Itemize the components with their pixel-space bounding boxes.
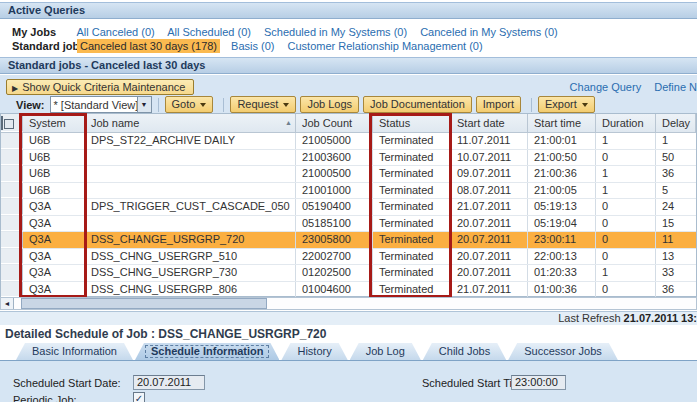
query-link-scheduled-my-systems[interactable]: Scheduled in My Systems (0): [264, 26, 407, 38]
toolbar-separator: [223, 98, 224, 112]
my-jobs-row: My Jobs All Canceled (0) All Scheduled (…: [12, 26, 568, 38]
table-header-row: System Job name▲ Job Count Status Start …: [1, 114, 696, 133]
scheduled-start-time-field[interactable]: 23:00:00: [511, 375, 566, 390]
last-refresh-label: Last Refresh: [558, 312, 620, 324]
periodic-job-checkbox[interactable]: ✓: [133, 392, 145, 402]
toolbar-separator: [158, 98, 159, 112]
scrollbar-thumb[interactable]: [21, 298, 267, 309]
scheduled-start-date-field[interactable]: 20.07.2011: [133, 375, 205, 390]
request-button[interactable]: Request: [230, 96, 296, 113]
table-row[interactable]: Q3A DPS_TRIGGER_CUST_CASCADE_050 0519040…: [1, 199, 696, 216]
row-selector[interactable]: [1, 199, 23, 215]
toolbar-separator: [531, 98, 532, 112]
table-row[interactable]: U6B 21003600 Terminated 10.07.2011 21:00…: [1, 150, 696, 167]
row-selector[interactable]: [1, 282, 23, 298]
tab-history[interactable]: History: [281, 343, 347, 360]
tab-child-jobs[interactable]: Child Jobs: [423, 343, 506, 360]
row-selector[interactable]: [1, 265, 23, 281]
table-row[interactable]: Q3A 05185100 Terminated 20.07.2011 05:19…: [1, 216, 696, 233]
change-query-link[interactable]: Change Query: [570, 81, 642, 93]
table-row[interactable]: Q3A DSS_CHNG_USERGRP_510 22002700 Termin…: [1, 249, 696, 266]
import-button[interactable]: Import: [476, 96, 521, 113]
column-header-status[interactable]: Status: [373, 114, 451, 132]
expand-arrow-icon: ▶: [12, 84, 18, 93]
table-row[interactable]: U6B 21000500 Terminated 09.07.2011 21:00…: [1, 166, 696, 183]
row-selector[interactable]: [1, 166, 23, 182]
tab-basic-information[interactable]: Basic Information: [16, 343, 133, 360]
column-header-duration[interactable]: Duration: [596, 114, 656, 132]
query-link-basis[interactable]: Basis (0): [231, 40, 274, 52]
section-header: Standard jobs - Canceled last 30 days: [0, 57, 697, 74]
goto-button[interactable]: Goto: [165, 96, 214, 113]
schedule-information-panel: Scheduled Start Date: 20.07.2011 Schedul…: [0, 360, 697, 402]
row-selector[interactable]: [1, 216, 23, 232]
row-selector[interactable]: [1, 249, 23, 265]
query-link-all-scheduled[interactable]: All Scheduled (0): [167, 26, 251, 38]
row-selector[interactable]: [1, 150, 23, 166]
query-link-canceled-30-days[interactable]: Canceled last 30 days (178): [77, 39, 220, 53]
jobs-table: System Job name▲ Job Count Status Start …: [0, 113, 697, 297]
scheduled-start-date-label: Scheduled Start Date:: [13, 377, 121, 389]
view-dropdown-value: * [Standard View]: [51, 99, 137, 111]
query-actions: Change Query Define N: [560, 81, 697, 93]
column-header-delay[interactable]: Delay: [656, 114, 696, 132]
last-refresh-bar: Last Refresh 21.07.2011 13:: [0, 311, 697, 325]
detail-tabbar: Basic Information Schedule Information H…: [16, 343, 620, 360]
last-refresh-value: 21.07.2011 13:: [624, 312, 697, 324]
row-selector[interactable]: [1, 232, 23, 248]
table-row-selected[interactable]: Q3A DSS_CHANGE_USRGRP_720 23005800 Termi…: [1, 232, 696, 249]
my-jobs-label: My Jobs: [12, 26, 74, 38]
column-header-job-name[interactable]: Job name▲: [85, 114, 296, 132]
view-label: View:: [16, 99, 45, 111]
menu-arrow-icon: [283, 103, 289, 107]
column-header-job-count[interactable]: Job Count: [296, 114, 373, 132]
scroll-left-icon[interactable]: ◄: [1, 298, 14, 309]
tab-successor-jobs[interactable]: Successor Jobs: [508, 343, 618, 360]
query-link-crm[interactable]: Customer Relationship Management (0): [288, 40, 483, 52]
active-queries-header: Active Queries: [0, 2, 697, 19]
periodic-job-label: Periodic Job:: [13, 394, 77, 402]
table-row[interactable]: U6B DPS_ST22_ARCHIVE DAILY 21005000 Term…: [1, 133, 696, 150]
export-button[interactable]: Export: [538, 96, 595, 113]
table-row[interactable]: Q3A DSS_CHNG_USERGRP_806 01004600 Termin…: [1, 282, 696, 299]
dropdown-arrow-icon[interactable]: ▼: [137, 97, 151, 112]
show-quick-criteria-button[interactable]: ▶Show Quick Criteria Maintenance: [6, 79, 194, 95]
horizontal-scrollbar[interactable]: ◄: [0, 297, 697, 310]
view-dropdown[interactable]: * [Standard View] ▼: [50, 96, 152, 113]
standard-jobs-row: Standard jobs Canceled last 30 days (178…: [12, 40, 493, 52]
menu-arrow-icon: [582, 103, 588, 107]
column-header-start-date[interactable]: Start date: [451, 114, 528, 132]
job-logs-button[interactable]: Job Logs: [300, 96, 359, 113]
sort-ascending-icon: ▲: [285, 114, 292, 132]
query-link-all-canceled[interactable]: All Canceled (0): [76, 26, 154, 38]
select-all-cell[interactable]: [1, 114, 23, 132]
column-header-system[interactable]: System: [23, 114, 85, 132]
table-row[interactable]: U6B 21001000 Terminated 08.07.2011 21:00…: [1, 183, 696, 200]
row-selector[interactable]: [1, 133, 23, 149]
job-documentation-button[interactable]: Job Documentation: [363, 96, 472, 113]
detail-section-title: Detailed Schedule of Job : DSS_CHANGE_US…: [5, 327, 326, 341]
row-selector[interactable]: [1, 183, 23, 199]
tab-schedule-information[interactable]: Schedule Information: [135, 343, 279, 360]
criteria-panel: ▶Show Quick Criteria Maintenance Change …: [0, 75, 697, 113]
column-header-start-time[interactable]: Start time: [528, 114, 596, 132]
table-toolbar: View: * [Standard View] ▼ Goto Request J…: [16, 96, 599, 113]
table-row[interactable]: Q3A DSS_CHNG_USERGRP_730 01202500 Termin…: [1, 265, 696, 282]
define-new-query-link[interactable]: Define N: [654, 81, 697, 93]
select-all-icon: [1, 116, 3, 130]
standard-jobs-label: Standard jobs: [12, 40, 74, 52]
menu-arrow-icon: [200, 103, 206, 107]
tab-job-log[interactable]: Job Log: [350, 343, 421, 360]
query-link-canceled-my-systems[interactable]: Canceled in My Systems (0): [420, 26, 558, 38]
